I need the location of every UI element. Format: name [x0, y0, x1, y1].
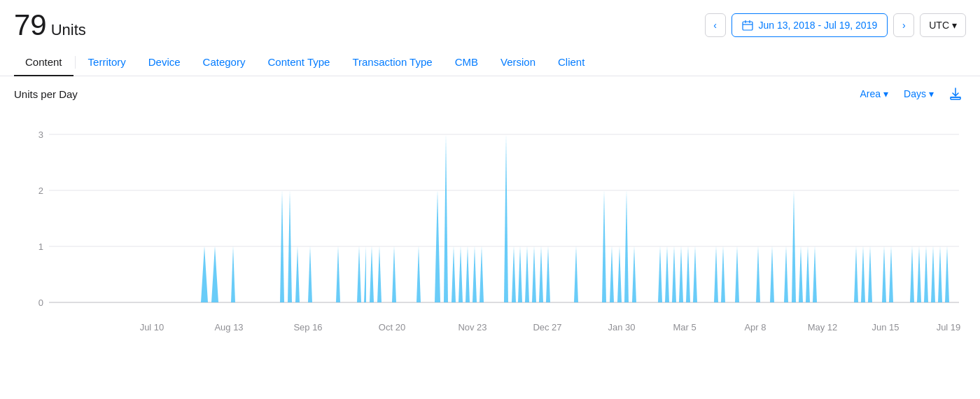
- tab-content[interactable]: Content: [14, 49, 74, 76]
- svg-marker-59: [924, 246, 928, 302]
- date-range-label: Jun 13, 2018 - Jul 19, 2019: [759, 20, 878, 31]
- timezone-chevron-icon: ▾: [952, 20, 957, 31]
- calendar-icon: [742, 20, 753, 31]
- svg-marker-44: [679, 246, 683, 302]
- tab-content-type[interactable]: Content Type: [256, 49, 341, 76]
- granularity-chevron-icon: ▾: [929, 88, 934, 99]
- svg-marker-34: [532, 246, 536, 302]
- svg-marker-57: [910, 246, 914, 302]
- tab-version[interactable]: Version: [489, 49, 547, 76]
- svg-marker-56: [889, 246, 893, 302]
- tab-divider-1: [75, 56, 76, 69]
- svg-marker-58: [917, 246, 921, 302]
- svg-marker-24: [444, 134, 448, 302]
- svg-marker-27: [465, 246, 470, 302]
- svg-marker-64: [308, 246, 312, 302]
- svg-text:May 12: May 12: [808, 322, 838, 332]
- svg-marker-40: [632, 246, 636, 302]
- svg-text:Jul 19: Jul 19: [937, 322, 961, 332]
- chart-header: Units per Day Area ▾ Days ▾: [14, 83, 966, 104]
- units-count: 79: [14, 8, 47, 42]
- svg-marker-14: [201, 246, 208, 302]
- svg-marker-29: [479, 246, 484, 302]
- svg-marker-54: [868, 246, 872, 302]
- svg-marker-45: [714, 246, 718, 302]
- svg-text:Oct 20: Oct 20: [379, 322, 405, 332]
- page-header: 79 Units ‹ Jun 13, 2018 - Jul 19, 2019 ›…: [0, 0, 980, 49]
- chart-area: 3 2 1 0: [14, 110, 966, 369]
- tab-category[interactable]: Category: [192, 49, 257, 76]
- svg-marker-66: [392, 246, 396, 302]
- timezone-button[interactable]: UTC ▾: [920, 13, 966, 37]
- units-display: 79 Units: [14, 8, 86, 42]
- svg-text:Nov 23: Nov 23: [458, 322, 486, 332]
- units-chart: 3 2 1 0: [14, 110, 966, 369]
- svg-text:3: 3: [38, 130, 43, 140]
- time-granularity-label: Days: [904, 88, 926, 99]
- tab-device[interactable]: Device: [137, 49, 192, 76]
- svg-marker-73: [756, 246, 760, 302]
- svg-marker-71: [693, 246, 697, 302]
- tabs-bar: Content Territory Device Category Conten…: [0, 49, 980, 76]
- svg-marker-68: [546, 246, 550, 302]
- timezone-label: UTC: [929, 20, 949, 31]
- chevron-right-icon: ›: [902, 20, 906, 31]
- svg-marker-42: [665, 246, 669, 302]
- svg-marker-35: [539, 246, 543, 302]
- svg-marker-22: [377, 246, 382, 302]
- svg-text:Mar 5: Mar 5: [673, 322, 696, 332]
- svg-marker-21: [370, 246, 374, 302]
- svg-text:Jun 15: Jun 15: [872, 322, 899, 332]
- svg-marker-74: [770, 246, 774, 302]
- tab-cmb[interactable]: CMB: [444, 49, 489, 76]
- svg-marker-32: [518, 246, 522, 302]
- prev-date-button[interactable]: ‹: [705, 13, 726, 37]
- svg-marker-31: [512, 246, 516, 302]
- svg-marker-26: [458, 246, 463, 302]
- svg-marker-63: [231, 246, 235, 302]
- units-label: Units: [51, 21, 86, 39]
- svg-marker-18: [295, 246, 300, 302]
- svg-marker-41: [658, 246, 662, 302]
- svg-text:Aug 13: Aug 13: [214, 322, 243, 332]
- chart-type-label: Area: [860, 88, 881, 99]
- svg-marker-72: [735, 246, 739, 302]
- svg-marker-43: [672, 246, 676, 302]
- svg-marker-15: [211, 246, 218, 302]
- svg-text:1: 1: [38, 241, 43, 252]
- svg-marker-28: [472, 246, 477, 302]
- svg-marker-69: [574, 246, 578, 302]
- svg-text:Dec 27: Dec 27: [533, 322, 561, 332]
- svg-rect-4: [951, 97, 960, 99]
- download-icon: [948, 87, 962, 101]
- svg-marker-38: [617, 246, 622, 302]
- svg-marker-53: [861, 246, 865, 302]
- download-button[interactable]: [945, 83, 966, 104]
- svg-text:Jul 10: Jul 10: [140, 322, 164, 332]
- svg-marker-47: [784, 246, 788, 302]
- svg-marker-46: [721, 246, 725, 302]
- chart-controls: Area ▾ Days ▾: [856, 83, 966, 104]
- svg-text:Apr 8: Apr 8: [744, 322, 766, 332]
- date-range-button[interactable]: Jun 13, 2018 - Jul 19, 2019: [732, 13, 888, 37]
- tab-territory[interactable]: Territory: [77, 49, 137, 76]
- svg-marker-65: [336, 246, 340, 302]
- chevron-left-icon: ‹: [713, 20, 717, 31]
- time-granularity-button[interactable]: Days ▾: [899, 85, 938, 102]
- chart-type-chevron-icon: ▾: [883, 88, 888, 99]
- svg-marker-30: [504, 134, 508, 302]
- tab-client[interactable]: Client: [547, 49, 596, 76]
- svg-text:2: 2: [38, 186, 43, 196]
- svg-marker-55: [882, 246, 886, 302]
- svg-marker-62: [945, 246, 949, 302]
- svg-marker-19: [357, 246, 361, 302]
- svg-marker-37: [610, 246, 614, 302]
- tab-transaction-type[interactable]: Transaction Type: [341, 49, 443, 76]
- svg-marker-49: [799, 246, 803, 302]
- svg-marker-33: [525, 246, 529, 302]
- svg-marker-51: [813, 246, 817, 302]
- svg-marker-52: [854, 246, 858, 302]
- next-date-button[interactable]: ›: [893, 13, 914, 37]
- svg-marker-61: [938, 246, 942, 302]
- chart-type-button[interactable]: Area ▾: [856, 85, 893, 102]
